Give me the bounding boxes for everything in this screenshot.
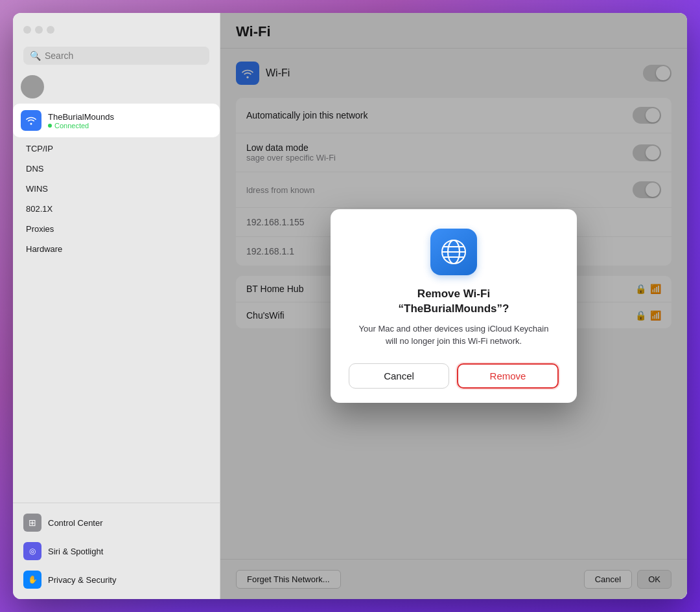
modal-remove-button[interactable]: Remove: [457, 363, 559, 389]
modal-title: Remove Wi-Fi “TheBurialMounds”?: [399, 287, 509, 315]
control-center-icon: ⊞: [23, 514, 41, 532]
user-profile-row: [13, 73, 220, 104]
remove-wifi-modal: Remove Wi-Fi “TheBurialMounds”? Your Mac…: [331, 209, 577, 402]
sidebar-item-8021x[interactable]: 802.1X: [18, 199, 215, 219]
connected-dot: [48, 124, 52, 128]
sidebar-item-wins[interactable]: WINS: [18, 179, 215, 199]
minimize-button[interactable]: [35, 26, 43, 34]
modal-buttons: Cancel Remove: [349, 363, 559, 389]
modal-cancel-button[interactable]: Cancel: [349, 363, 449, 389]
wifi-icon: [21, 110, 41, 131]
traffic-lights: [23, 26, 54, 34]
sidebar-menu-list: TCP/IP DNS WINS 802.1X Proxies Hardware: [13, 139, 220, 503]
system-preferences-window: 🔍 TheBurialMounds Connected: [13, 13, 687, 599]
network-item-burialMounds[interactable]: TheBurialMounds Connected: [13, 104, 220, 137]
sidebar: 🔍 TheBurialMounds Connected: [13, 13, 220, 599]
modal-body: Your Mac and other devices using iCloud …: [349, 323, 559, 348]
search-icon: 🔍: [30, 51, 41, 61]
maximize-button[interactable]: [47, 26, 54, 34]
privacy-icon: ✋: [23, 571, 41, 589]
main-content: Wi-Fi Wi-Fi: [220, 13, 687, 599]
network-name: TheBurialMounds: [48, 112, 114, 122]
sidebar-item-control-center[interactable]: ⊞ Control Center: [18, 508, 215, 537]
search-bar[interactable]: 🔍: [23, 47, 209, 65]
connected-label: Connected: [48, 122, 114, 130]
siri-icon: ◎: [23, 542, 41, 560]
modal-overlay: Remove Wi-Fi “TheBurialMounds”? Your Mac…: [220, 13, 687, 599]
search-input[interactable]: [45, 51, 203, 61]
avatar: [21, 75, 44, 98]
titlebar: [13, 13, 220, 47]
sidebar-item-siri[interactable]: ◎ Siri & Spotlight: [18, 537, 215, 565]
network-info: TheBurialMounds Connected: [48, 112, 114, 130]
sidebar-item-dns[interactable]: DNS: [18, 159, 215, 179]
modal-app-icon: [430, 229, 477, 275]
close-button[interactable]: [23, 26, 31, 34]
sidebar-bottom: ⊞ Control Center ◎ Siri & Spotlight ✋ Pr…: [13, 503, 220, 599]
sidebar-item-tcpip[interactable]: TCP/IP: [18, 139, 215, 159]
sidebar-item-proxies[interactable]: Proxies: [18, 219, 215, 239]
sidebar-item-privacy[interactable]: ✋ Privacy & Security: [18, 565, 215, 594]
sidebar-item-hardware[interactable]: Hardware: [18, 239, 215, 259]
